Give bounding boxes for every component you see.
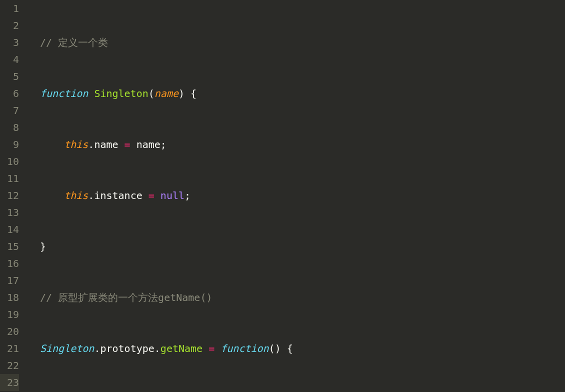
line-number[interactable]: 22 — [0, 357, 19, 374]
brace: { — [281, 342, 293, 354]
this-keyword: this — [64, 190, 88, 202]
line-number[interactable]: 20 — [0, 323, 19, 340]
code-area[interactable]: // 定义一个类 function Singleton(name) { this… — [28, 0, 565, 392]
line-number[interactable]: 8 — [0, 119, 19, 136]
code-line[interactable]: Singleton.prototype.getName = function()… — [28, 340, 565, 357]
line-number[interactable]: 6 — [0, 85, 19, 102]
operator: = — [118, 138, 136, 150]
comment: // 原型扩展类的一个方法getName() — [40, 292, 212, 304]
line-number[interactable]: 19 — [0, 306, 19, 323]
class-name: Singleton — [94, 88, 148, 100]
line-number[interactable]: 5 — [0, 68, 19, 85]
line-number[interactable]: 17 — [0, 272, 19, 289]
comment: // 定义一个类 — [40, 36, 108, 48]
line-number[interactable]: 14 — [0, 221, 19, 238]
property: name — [94, 138, 118, 150]
paren-close: ) — [178, 88, 184, 100]
operator: = — [142, 190, 160, 202]
dot: . — [154, 342, 160, 354]
line-number[interactable]: 3 — [0, 34, 19, 51]
line-number[interactable]: 13 — [0, 204, 19, 221]
code-line[interactable]: this.instance = null; — [28, 187, 565, 204]
line-number[interactable]: 15 — [0, 238, 19, 255]
dot: . — [94, 342, 100, 354]
this-keyword: this — [64, 138, 88, 150]
brace: } — [40, 240, 46, 252]
line-number[interactable]: 10 — [0, 153, 19, 170]
method: getName — [160, 342, 202, 354]
line-number[interactable]: 16 — [0, 255, 19, 272]
line-number[interactable]: 23 — [0, 374, 19, 391]
parens: () — [269, 342, 281, 354]
line-number[interactable]: 21 — [0, 340, 19, 357]
space — [88, 88, 94, 100]
property: instance — [94, 190, 142, 202]
line-number[interactable]: 12 — [0, 187, 19, 204]
code-line[interactable]: function Singleton(name) { — [28, 85, 565, 102]
code-line[interactable]: // 定义一个类 — [28, 34, 565, 51]
brace: { — [184, 88, 196, 100]
line-number[interactable]: 2 — [0, 17, 19, 34]
dot: . — [88, 138, 94, 150]
code-line[interactable]: this.name = name; — [28, 136, 565, 153]
dot: . — [88, 190, 94, 202]
line-number[interactable]: 7 — [0, 102, 19, 119]
line-number[interactable]: 9 — [0, 136, 19, 153]
code-editor: 1 2 3 4 5 6 7 8 9 10 11 12 13 14 15 16 1… — [0, 0, 565, 392]
code-line[interactable]: // 原型扩展类的一个方法getName() — [28, 289, 565, 306]
line-number[interactable]: 1 — [0, 0, 19, 17]
line-number[interactable]: 18 — [0, 289, 19, 306]
line-number[interactable]: 11 — [0, 170, 19, 187]
semicolon: ; — [160, 138, 166, 150]
operator: = — [202, 342, 220, 354]
keyword-function: function — [220, 342, 268, 354]
property: prototype — [100, 342, 154, 354]
null-literal: null — [160, 190, 184, 202]
code-line[interactable]: } — [28, 238, 565, 255]
identifier: name — [136, 138, 160, 150]
keyword-function: function — [40, 88, 88, 100]
semicolon: ; — [184, 190, 190, 202]
parameter: name — [154, 88, 178, 100]
line-number-gutter: 1 2 3 4 5 6 7 8 9 10 11 12 13 14 15 16 1… — [0, 0, 28, 392]
line-number[interactable]: 4 — [0, 51, 19, 68]
object: Singleton — [40, 342, 94, 354]
paren-open: ( — [148, 88, 154, 100]
